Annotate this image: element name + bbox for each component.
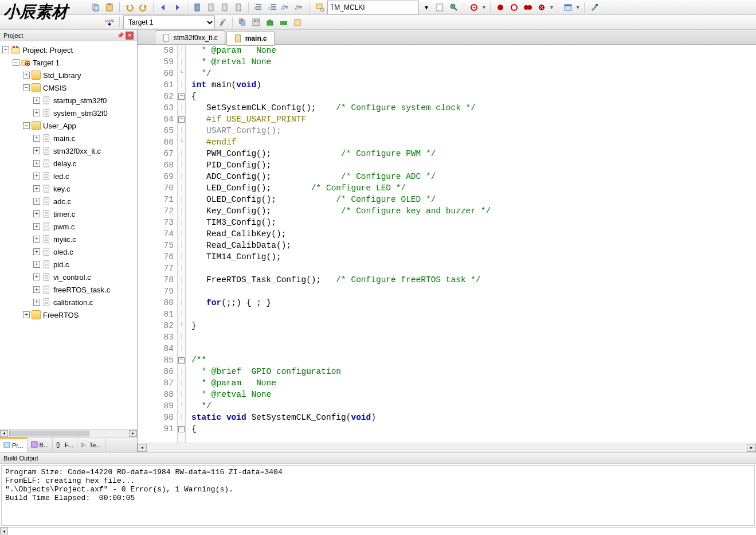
tree-item[interactable]: +freeRTOS_task.c [0,283,137,296]
breakpoint-insert-icon[interactable] [494,1,507,14]
find-input[interactable] [327,1,419,14]
fold-minus-icon[interactable]: − [178,357,185,364]
find-icon[interactable] [314,1,326,14]
editor-hscrollbar[interactable]: ◂ ▸ [138,443,756,452]
tree-item[interactable]: +main.c [0,132,137,145]
breakpoint-window-icon[interactable] [535,1,548,14]
debug-icon[interactable] [468,1,480,14]
expand-icon[interactable]: + [33,173,40,179]
tree-item[interactable]: +Std_Library [0,69,137,81]
tree-item[interactable]: +stm32f0xx_it.c [0,145,137,157]
expand-icon[interactable]: + [23,72,30,79]
scroll-left-icon[interactable]: ◂ [0,528,8,534]
tree-item[interactable]: +startup_stm32f0 [0,94,137,107]
fold-gutter[interactable]: ││└│−│−│└│││││││││││││││└││−│││└│− [178,45,186,443]
tree-item[interactable]: −Project: Project [0,44,137,56]
tree-item[interactable]: +delay.c [0,157,137,170]
fold-minus-icon[interactable]: − [178,116,185,123]
expand-icon[interactable]: + [33,160,40,167]
tree-item[interactable]: +pid.c [0,258,137,271]
build-hscrollbar[interactable]: ◂ [0,527,756,535]
code-content[interactable]: * @param None * @retval None */int main(… [186,45,756,443]
bookmark-prev-icon[interactable] [205,1,217,14]
indent-icon[interactable] [252,1,265,14]
file-tab[interactable]: stm32f0xx_it.c [155,30,225,44]
project-tree[interactable]: −Project: Project−Target 1+Std_Library−C… [0,41,137,429]
expand-icon[interactable]: + [33,274,40,280]
rebuild-icon[interactable] [277,16,290,29]
target-select[interactable]: Target 1 [123,15,215,29]
tree-item[interactable]: +oled.c [0,245,137,258]
uncomment-icon[interactable]: //≡ [293,1,306,14]
build-output-text[interactable]: Program Size: Code=14220 RO-data=1984 RW… [1,465,755,526]
panel-tab[interactable]: B... [28,438,53,452]
close-panel-icon[interactable]: ✕ [126,32,134,40]
find-dropdown-icon[interactable]: ▾ [420,1,433,14]
tree-item[interactable]: −Target 1 [0,56,137,69]
find-in-files-icon[interactable] [434,1,446,14]
expand-icon[interactable]: + [33,147,40,154]
expand-icon[interactable]: + [23,311,30,318]
comment-icon[interactable]: //≡ [280,1,292,14]
bookmark-clear-icon[interactable] [232,1,245,14]
fold-minus-icon[interactable]: − [178,93,185,100]
nav-forward-icon[interactable] [171,1,183,14]
build-icon[interactable] [264,16,276,29]
expand-icon[interactable]: + [33,248,40,255]
redo-icon[interactable] [137,1,150,14]
expand-icon[interactable]: + [33,135,40,142]
file-tab[interactable]: main.c [226,31,275,45]
tree-item[interactable]: +adc.c [0,195,137,208]
options-icon[interactable] [216,16,229,29]
tree-item[interactable]: +system_stm32f0 [0,107,137,119]
tree-item[interactable]: −User_App [0,119,137,132]
configure-icon[interactable] [588,1,601,14]
expand-icon[interactable]: + [33,223,40,230]
scroll-left-icon[interactable]: ◂ [0,430,8,437]
incremental-find-icon[interactable] [448,1,460,14]
undo-icon[interactable] [123,1,136,14]
paste-icon[interactable] [103,1,116,14]
nav-back-icon[interactable] [157,1,170,14]
copy-icon[interactable] [89,1,102,14]
scroll-right-icon[interactable]: ▸ [747,444,756,452]
expand-icon[interactable]: + [33,286,40,293]
expand-icon[interactable]: + [33,236,40,243]
bookmark-next-icon[interactable] [218,1,231,14]
batch-build-icon[interactable] [291,16,304,29]
window-icon[interactable] [562,1,574,14]
scroll-right-icon[interactable]: ▸ [129,430,137,437]
tree-item[interactable]: +vi_control.c [0,271,137,283]
expand-icon[interactable]: − [23,84,30,91]
tree-item[interactable]: +led.c [0,170,137,182]
fold-minus-icon[interactable]: − [178,426,185,432]
expand-icon[interactable]: − [23,122,30,129]
tree-item[interactable]: +key.c [0,182,137,195]
expand-icon[interactable]: + [33,198,40,205]
tree-item[interactable]: +FreeRTOS [0,308,137,321]
pin-icon[interactable]: 📌 [116,32,124,40]
breakpoint-disable-icon[interactable] [508,1,520,14]
outdent-icon[interactable] [266,1,279,14]
bookmark-icon[interactable] [191,1,203,14]
expand-icon[interactable]: + [33,97,40,104]
panel-tab[interactable]: 0₊Te... [77,438,105,452]
panel-tab[interactable]: Pr... [0,438,28,452]
load-icon[interactable]: LOAD [103,16,116,29]
expand-icon[interactable]: + [33,261,40,268]
tree-item[interactable]: +myiic.c [0,233,137,245]
expand-icon[interactable]: + [33,210,40,217]
tree-item[interactable]: +timer.c [0,208,137,220]
breakpoint-kill-icon[interactable] [522,1,534,14]
tree-item[interactable]: −CMSIS [0,81,137,94]
expand-icon[interactable]: + [33,299,40,306]
expand-icon[interactable]: + [33,185,40,192]
tree-item[interactable]: +pwm.c [0,220,137,233]
tree-item[interactable]: +calibration.c [0,296,137,308]
panel-tab[interactable]: {}F... [53,438,77,452]
expand-icon[interactable]: − [2,46,9,53]
scroll-thumb[interactable] [9,431,89,436]
manage-env-icon[interactable] [250,16,263,29]
tree-hscrollbar[interactable]: ◂ ▸ [0,429,137,437]
expand-icon[interactable]: + [33,110,40,116]
